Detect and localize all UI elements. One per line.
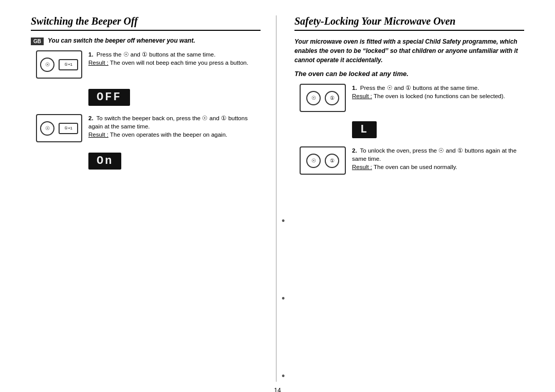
oven-diagram-r1: ☉ ① [300,84,346,112]
right-step1-text: 1. Press the ☉ and ① buttons at the same… [352,84,505,100]
bullet-2: • [282,293,524,304]
button-icon-1a: ☉ [40,58,54,72]
oven-diagram-1: ☉ ①+1 [36,50,82,79]
step1-text: 1. Press the ☉ and ① buttons at the same… [88,50,248,67]
right-step1-result-label: Result : [352,93,372,99]
left-intro: You can switch the beeper off whenever y… [48,37,195,44]
right-step2-number: 2. [352,147,357,154]
gb-badge: GB [31,38,44,45]
step1-result-text: The oven will not beep each time you pre… [110,60,248,66]
oven-diagram-2: ☉ ①+1 [36,114,82,142]
right-section: Safety-Locking Your Microwave Oven Your … [276,15,524,382]
right-subtitle: The oven can be locked at any time. [294,70,524,78]
right-step2-result-label: Result : [352,164,372,170]
left-section: Switching the Beeper Off GB You can swit… [31,15,276,382]
left-step1: ☉ ①+1 1. Press the ☉ and ① buttons at th… [36,50,261,79]
step1-number: 1. [88,51,94,58]
step2-number: 2. [88,115,94,121]
button-icon-r2b: ① [325,154,339,168]
display-off: OFF [88,89,130,106]
button-icon-2a: ☉ [40,121,54,136]
bullet-3: • [282,371,524,382]
right-step2-text: 2. To unlock the oven, press the ☉ and ①… [352,146,524,171]
button-icon-r1b: ① [325,91,339,105]
step2-result-text: The oven operates with the beeper on aga… [110,132,227,138]
step1-result-label: Result : [88,60,108,66]
button-icon-r1a: ☉ [306,91,321,105]
step2-text: 2. To switch the beeper back on, press t… [88,114,261,139]
button-icon-2b: ①+1 [59,123,78,134]
page-number: 14 [31,387,524,392]
step2-result-label: Result : [88,132,108,138]
right-title: Safety-Locking Your Microwave Oven [294,15,524,31]
button-icon-1b: ①+1 [59,59,78,70]
display-lock: L [352,121,377,138]
right-step1: ☉ ① 1. Press the ☉ and ① buttons at the … [300,84,524,112]
button-icon-r2a: ☉ [306,154,321,168]
right-step1-number: 1. [352,85,357,91]
left-title: Switching the Beeper Off [31,15,261,31]
right-step1-result-text: The oven is locked (no functions can be … [374,93,505,99]
right-step2-result-text: The oven can be used normally. [374,164,457,170]
display-on: On [88,153,121,170]
right-intro: Your microwave oven is fitted with a spe… [294,37,524,65]
right-step2: ☉ ① 2. To unlock the oven, press the ☉ a… [300,146,524,175]
bullet-1: • [282,216,524,227]
oven-diagram-r2: ☉ ① [300,146,346,175]
bullet-points: • • • [282,216,524,382]
left-step2: ☉ ①+1 2. To switch the beeper back on, p… [36,114,261,142]
